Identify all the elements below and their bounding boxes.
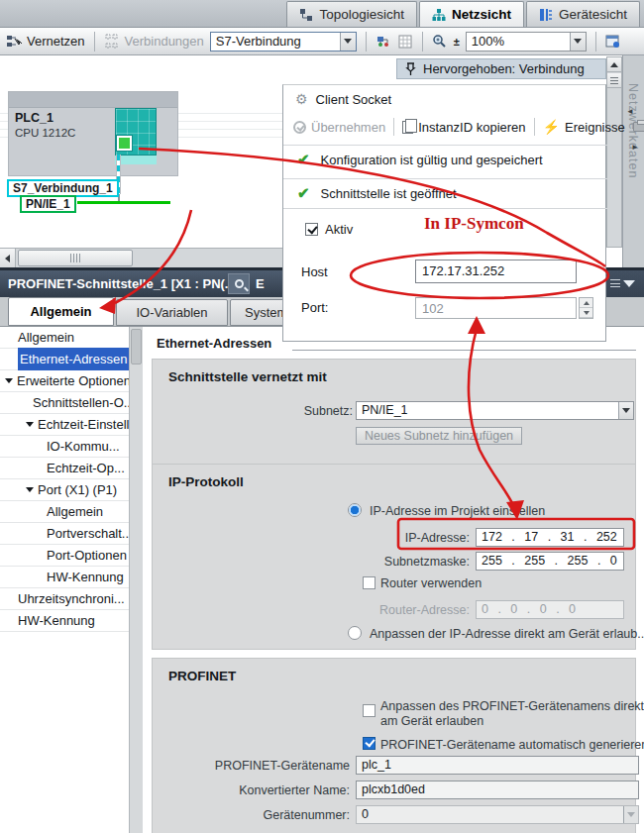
uebernehmen-label: Übernehmen: [311, 120, 385, 135]
chevron-expanded-icon[interactable]: [26, 487, 34, 492]
chevron-down-icon[interactable]: [618, 402, 633, 419]
router-adresse-input[interactable]: 0 . 0 . 0 . 0: [476, 600, 624, 619]
truncated-button[interactable]: S: [633, 120, 644, 135]
port-input[interactable]: 102: [415, 297, 577, 319]
toolbar-separator: [534, 118, 535, 136]
scrollbar-thumb[interactable]: [18, 250, 133, 266]
tree-item[interactable]: Echtzeit-Einstell...: [0, 414, 129, 436]
tab-topologiesicht[interactable]: Topologiesicht: [286, 1, 417, 27]
splitter-grip-icon[interactable]: [607, 73, 621, 88]
plc-device[interactable]: PLC_1 CPU 1212C: [8, 91, 178, 176]
section-title: Schnittstelle vernetzt mit: [168, 369, 327, 384]
tree-item[interactable]: Ethernet-Adressen: [0, 349, 129, 370]
network-view-icon: [432, 8, 446, 22]
status-row-config: ✔ Konfiguration ist gültig und gespeiche…: [297, 151, 543, 168]
list-icon[interactable]: [610, 279, 620, 287]
chevron-down-icon[interactable]: [340, 33, 356, 51]
tab-io-variablen[interactable]: IO-Variablen: [116, 299, 228, 326]
side-panel-strip[interactable]: Netzwerkdaten ◄ ►: [622, 55, 644, 270]
chevron-down-icon: [623, 806, 638, 823]
radio-ip-im-projekt[interactable]: [348, 503, 362, 517]
spin-down-icon[interactable]: [580, 308, 592, 318]
vernetzen-button[interactable]: Vernetzen: [6, 34, 85, 50]
tree-item[interactable]: Allgemein: [0, 327, 129, 349]
content-heading: Ethernet-Adressen: [157, 336, 271, 351]
dialog-toolbar: Übernehmen InstanzID kopieren ⚡ Ereignis…: [293, 115, 644, 139]
connection-type-combo[interactable]: S7-Verbindung: [210, 32, 357, 52]
tab-netzsicht[interactable]: Netzsicht: [419, 1, 524, 27]
uebernehmen-button[interactable]: Übernehmen: [293, 120, 385, 135]
plc-type: CPU 1212C: [15, 127, 75, 139]
aktiv-checkbox[interactable]: [305, 223, 318, 236]
ereignisse-button[interactable]: ⚡ Ereignisse: [543, 119, 625, 135]
host-input[interactable]: 172.17.31.252: [415, 260, 577, 283]
dialog-title-row: ⚙ Client Socket: [295, 91, 391, 107]
expand-right-icon[interactable]: ►: [631, 143, 639, 152]
tree-item[interactable]: Portverschalt...: [0, 523, 129, 545]
profinet-name-input[interactable]: plc_1: [356, 756, 639, 775]
copy-icon: [402, 121, 413, 134]
anpassen-geraetename-checkbox[interactable]: [363, 704, 376, 717]
window-panel-icon[interactable]: [605, 34, 621, 50]
chevron-expanded-icon[interactable]: [26, 422, 34, 427]
properties-content: Ethernet-Adressen Schnittstelle vernetzt…: [143, 327, 644, 833]
radio-ip-am-geraet-label: Anpassen der IP-Adresse direkt am Gerät …: [370, 627, 644, 641]
chevron-down-icon[interactable]: [570, 33, 586, 51]
section-profinet: PROFINET Anpassen des PROFINET-Gerätenam…: [152, 658, 636, 833]
verbindungen-button[interactable]: Verbindungen: [104, 34, 204, 50]
apply-icon: [293, 121, 306, 134]
eigenschaften-minitab[interactable]: [228, 273, 250, 294]
tree-item[interactable]: Port-Optionen: [0, 545, 129, 567]
connect-network-icon: [6, 34, 22, 50]
divider: [283, 178, 607, 179]
tree-item[interactable]: Port (X1) (P1): [0, 479, 129, 501]
ip-adresse-input[interactable]: 172 . 17 . 31 . 252: [476, 528, 624, 547]
tab-geraetesicht[interactable]: Gerätesicht: [526, 1, 640, 27]
collapse-panel-icon[interactable]: [623, 280, 635, 287]
grid-page-icon[interactable]: [397, 34, 413, 50]
chevron-expanded-icon[interactable]: [5, 378, 13, 383]
vernetzen-label: Vernetzen: [27, 34, 85, 49]
subnetzmaske-input[interactable]: 255 . 255 . 255 . 0: [476, 552, 624, 571]
tree-item[interactable]: Echtzeit-Op...: [0, 458, 129, 479]
vertical-scrollbar[interactable]: [606, 56, 622, 248]
scroll-up-icon[interactable]: [607, 57, 621, 72]
add-subnet-button[interactable]: Neues Subnetz hinzufügen: [356, 427, 522, 445]
tree-item[interactable]: IO-Kommu...: [0, 436, 129, 458]
subnetz-dropdown[interactable]: PN/IE_1: [356, 401, 634, 420]
zoom-icon[interactable]: [432, 34, 448, 50]
instanzid-label: InstanzID kopieren: [418, 120, 525, 135]
autogenerate-name-checkbox[interactable]: [363, 737, 376, 750]
geraetenummer-dropdown[interactable]: 0: [356, 805, 639, 824]
toolbar-separator: [366, 32, 367, 52]
router-verwenden-checkbox[interactable]: [363, 576, 376, 589]
relations-icon[interactable]: [376, 34, 391, 50]
tab-allgemein[interactable]: Allgemein: [8, 297, 114, 326]
instanzid-kopieren-button[interactable]: InstanzID kopieren: [402, 120, 525, 135]
highlight-badge-label: Hervorgehoben: Verbindung: [423, 61, 585, 76]
tree-item[interactable]: HW-Kennung: [0, 567, 129, 588]
subnet-label[interactable]: PN/IE_1: [20, 195, 76, 213]
section-title: PROFINET: [168, 669, 236, 683]
tree-item[interactable]: Schnittstellen-O...: [0, 392, 129, 414]
zoom-plusminus-icon[interactable]: ±: [454, 36, 460, 48]
tree-item[interactable]: Allgemein: [0, 501, 129, 523]
plc-ethernet-port[interactable]: [117, 136, 132, 151]
scroll-left-icon[interactable]: [0, 249, 16, 267]
scrollbar-thumb[interactable]: [131, 329, 142, 364]
tree-item[interactable]: Uhrzeitsynchroni...: [0, 588, 129, 610]
tab-label: Gerätesicht: [559, 7, 627, 22]
spin-up-icon[interactable]: [580, 298, 592, 308]
tree-item[interactable]: Erweiterte Optionen: [0, 370, 129, 392]
radio-ip-am-geraet[interactable]: [348, 626, 362, 640]
tree-scrollbar[interactable]: [129, 327, 143, 833]
properties-body: AllgemeinEthernet-AdressenErweiterte Opt…: [0, 327, 644, 833]
konvertierter-name-input[interactable]: plcxb1d0ed: [356, 781, 639, 799]
zoom-combo[interactable]: 100%: [466, 32, 587, 52]
plc-name: PLC_1: [15, 111, 54, 125]
subnetz-label: Subnetz:: [153, 404, 353, 418]
status-row-interface: ✔ Schnittstelle ist geöffnet: [297, 184, 457, 202]
port-spinner[interactable]: [579, 297, 593, 319]
konvertierter-name-label: Konvertierter Name:: [153, 783, 350, 797]
tree-item[interactable]: HW-Kennung: [0, 610, 129, 632]
